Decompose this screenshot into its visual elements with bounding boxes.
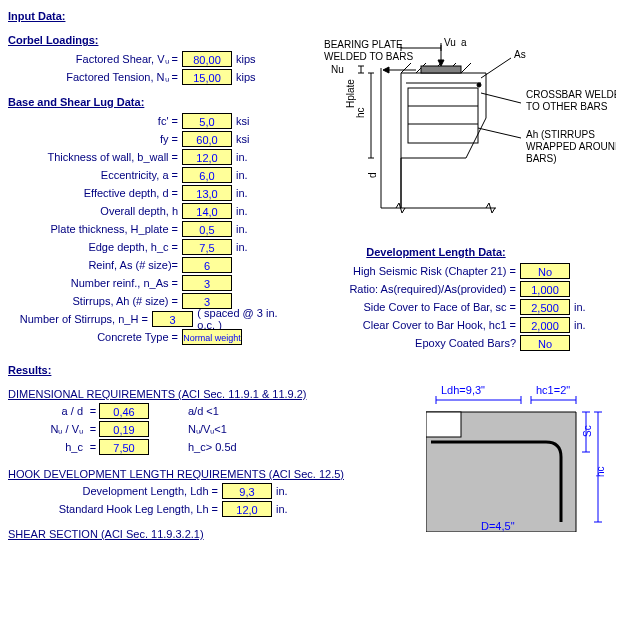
fy-label: fy = [8, 133, 182, 145]
d-unit: in. [236, 187, 264, 199]
seismic-value[interactable]: No [520, 263, 570, 279]
bwall-unit: in. [236, 151, 264, 163]
diag-welded-label: WELDED TO BARS [324, 51, 413, 62]
nh-label: Number of Stirrups, n_H = [8, 313, 152, 325]
ad-value: 0,46 [99, 403, 149, 419]
d-label: Effective depth, d = [8, 187, 182, 199]
diag-ah1: Ah (STIRRUPS [526, 129, 595, 140]
nuvu-label: Nᵤ / Vᵤ [8, 423, 87, 436]
eq-sign: = [87, 405, 99, 417]
epoxy-value[interactable]: No [520, 335, 570, 351]
ldh-unit: in. [276, 485, 304, 497]
ctype-label: Concrete Type = [8, 331, 182, 343]
svg-line-4 [461, 63, 471, 73]
ratio-label: Ratio: As(required)/As(provided) = [286, 283, 520, 295]
nas-value[interactable]: 3 [182, 275, 232, 291]
rhc-label: h_c [8, 441, 87, 453]
nu-value[interactable]: 15,00 [182, 69, 232, 85]
nuvu-check: Nᵤ/Vᵤ<1 [188, 423, 227, 436]
diag-crossbar1: CROSSBAR WELDED [526, 89, 616, 100]
svg-rect-33 [426, 412, 461, 437]
nu-label: Factored Tension, Nᵤ = [8, 71, 182, 84]
hc1-value[interactable]: 2,000 [520, 317, 570, 333]
rhc-check: h_c> 0.5d [188, 441, 237, 453]
dim-req-heading: DIMENSIONAL REQUIREMENTS (ACI Sec. 11.9.… [8, 388, 426, 400]
diag-hc-label: hc [355, 107, 366, 118]
dev-length-heading: Development Length Data: [306, 246, 566, 258]
hc-value[interactable]: 7,5 [182, 239, 232, 255]
results-heading: Results: [8, 364, 616, 376]
svg-line-19 [481, 93, 521, 103]
stirrups-label: Stirrups, Ah (# size) = [8, 295, 182, 307]
ad-check: a/d <1 [188, 405, 219, 417]
lh-label: Standard Hook Leg Length, Lh = [8, 503, 222, 515]
hc-label: Edge depth, h_c = [8, 241, 182, 253]
diag2-d: D=4,5" [481, 520, 515, 532]
seismic-label: High Seismic Risk (Chapter 21) = [286, 265, 520, 277]
base-shear-heading: Base and Shear Lug Data: [8, 96, 286, 108]
bwall-label: Thickness of wall, b_wall = [8, 151, 182, 163]
eq-sign: = [87, 441, 99, 453]
sc-unit: in. [574, 301, 602, 313]
ecc-unit: in. [236, 169, 264, 181]
diag2-hc: hc [595, 466, 606, 477]
vu-value[interactable]: 80,00 [182, 51, 232, 67]
eq-sign: = [87, 423, 99, 435]
diag2-ldh: Ldh=9,3" [441, 384, 485, 396]
hc1-unit: in. [574, 319, 602, 331]
svg-point-15 [477, 83, 481, 87]
bwall-value[interactable]: 12,0 [182, 149, 232, 165]
nu-unit: kips [236, 71, 264, 83]
reinf-value[interactable]: 6 [182, 257, 232, 273]
diag-ah3: BARS) [526, 153, 557, 164]
diag-a-label: a [461, 38, 467, 48]
fy-value[interactable]: 60,0 [182, 131, 232, 147]
ecc-value[interactable]: 6,0 [182, 167, 232, 183]
sc-value[interactable]: 2,500 [520, 299, 570, 315]
h-label: Overall depth, h [8, 205, 182, 217]
diag2-sc: Sc [582, 425, 593, 437]
fc-value[interactable]: 5,0 [182, 113, 232, 129]
diag-vu-label: Vu [444, 38, 456, 48]
nh-value[interactable]: 3 [152, 311, 193, 327]
svg-line-20 [478, 128, 521, 138]
diag-nu-label: Nu [331, 64, 344, 75]
hplate-unit: in. [236, 223, 264, 235]
ldh-value: 9,3 [222, 483, 272, 499]
d-value[interactable]: 13,0 [182, 185, 232, 201]
diag-ah2: WRAPPED AROUND [526, 141, 616, 152]
fy-unit: ksi [236, 133, 264, 145]
ratio-value[interactable]: 1,000 [520, 281, 570, 297]
epoxy-label: Epoxy Coated Bars? [286, 337, 520, 349]
corbel-diagram: BEARING PLATE WELDED TO BARS Nu Vu a As … [286, 38, 616, 238]
hc1-label: Clear Cover to Bar Hook, hc1 = [286, 319, 520, 331]
svg-line-13 [481, 58, 511, 78]
ecc-label: Eccentricity, a = [8, 169, 182, 181]
hook-diagram: Ldh=9,3" hc1=2" [426, 382, 616, 532]
nuvu-value: 0,19 [99, 421, 149, 437]
svg-marker-9 [383, 67, 389, 73]
shear-section-heading: SHEAR SECTION (ACI Sec. 11.9.3.2.1) [8, 528, 426, 540]
vu-unit: kips [236, 53, 264, 65]
reinf-label: Reinf, As (# size)= [8, 259, 182, 271]
diag-hplate-label: Hplate [345, 79, 356, 108]
hook-dev-heading: HOOK DEVELOPMENT LENGTH REQUIREMENTS (AC… [8, 468, 426, 480]
svg-rect-16 [408, 88, 478, 143]
rhc-value: 7,50 [99, 439, 149, 455]
diag-crossbar2: TO OTHER BARS [526, 101, 608, 112]
diag-as-label: As [514, 49, 526, 60]
diag-d-label: d [367, 172, 378, 178]
lh-unit: in. [276, 503, 304, 515]
h-value[interactable]: 14,0 [182, 203, 232, 219]
nas-label: Number reinf., n_As = [8, 277, 182, 289]
ldh-label: Development Length, Ldh = [8, 485, 222, 497]
input-data-heading: Input Data: [8, 10, 616, 22]
svg-line-0 [401, 63, 411, 73]
hc-unit: in. [236, 241, 264, 253]
lh-value: 12,0 [222, 501, 272, 517]
ctype-value[interactable]: Normal weight [182, 329, 242, 345]
diag-bearing-label: BEARING PLATE [324, 39, 403, 50]
corbel-loadings-heading: Corbel Loadings: [8, 34, 286, 46]
hplate-label: Plate thickness, H_plate = [8, 223, 182, 235]
hplate-value[interactable]: 0,5 [182, 221, 232, 237]
